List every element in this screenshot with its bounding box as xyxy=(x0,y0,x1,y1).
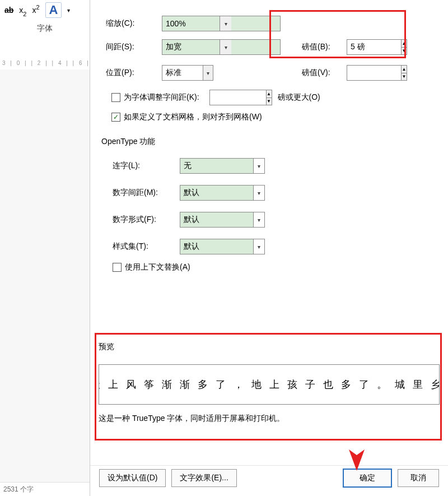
styleset-input[interactable] xyxy=(180,239,253,254)
ligatures-combo[interactable]: ▾ xyxy=(180,158,265,174)
spacing-combo[interactable]: ▾ xyxy=(162,39,281,55)
chevron-down-icon[interactable]: ▾ xyxy=(253,159,264,173)
status-bar: 2531 个字 xyxy=(0,482,93,496)
preview-box: 天上风筝渐渐多了，地上孩子也多了。城里乡 xyxy=(99,364,440,405)
num-form-input[interactable] xyxy=(180,212,253,227)
spin-down-icon[interactable]: ▼ xyxy=(402,48,407,55)
points-spinner[interactable]: ▲▼ xyxy=(347,39,407,55)
preview-note: 这是一种 TrueType 字体，同时适用于屏幕和打印机。 xyxy=(99,414,440,424)
kerning-label: 为字体调整字间距(K): xyxy=(124,92,199,103)
chevron-down-icon[interactable]: ▾ xyxy=(203,66,213,80)
document-background xyxy=(0,69,90,496)
position-input[interactable] xyxy=(162,66,203,80)
snapgrid-label: 如果定义了文档网格，则对齐到网格(W) xyxy=(124,112,262,122)
text-effects-button[interactable]: 文字效果(E)... xyxy=(171,469,236,487)
set-default-button[interactable]: 设为默认值(D) xyxy=(99,469,166,487)
spin-down-icon[interactable]: ▼ xyxy=(402,73,407,81)
scale-combo[interactable]: ▾ xyxy=(162,16,281,31)
points2-input[interactable] xyxy=(347,66,401,80)
scale-input[interactable] xyxy=(162,16,220,31)
position-label: 位置(P): xyxy=(106,68,156,78)
subscript-button[interactable]: x2 xyxy=(19,6,26,15)
chevron-down-icon[interactable]: ▾ xyxy=(253,186,264,200)
position-combo[interactable]: ▾ xyxy=(162,65,213,81)
num-spacing-combo[interactable]: ▾ xyxy=(180,185,265,201)
spacing-input[interactable] xyxy=(162,40,220,54)
cancel-button[interactable]: 取消 xyxy=(398,469,439,487)
num-spacing-input[interactable] xyxy=(180,186,253,200)
num-form-label: 数字形式(F): xyxy=(113,215,174,225)
strike-icon[interactable]: ab xyxy=(4,6,13,15)
ok-button[interactable]: 确定 xyxy=(343,469,392,488)
spin-up-icon[interactable]: ▲ xyxy=(402,66,407,73)
contextual-label: 使用上下文替换(A) xyxy=(125,262,190,272)
contextual-checkbox[interactable]: 使用上下文替换(A) xyxy=(113,262,190,272)
kerning-checkbox[interactable]: 为字体调整字间距(K): xyxy=(111,92,199,103)
chevron-down-icon[interactable]: ▾ xyxy=(253,239,264,254)
chevron-down-icon[interactable]: ▾ xyxy=(220,16,231,31)
ribbon-fragment: ab x2 x2 A ▾ 字体 xyxy=(0,0,90,57)
kerning-input[interactable] xyxy=(210,90,266,105)
opentype-title: OpenType 功能 xyxy=(101,137,156,147)
points2-spinner[interactable]: ▲▼ xyxy=(347,65,407,81)
points-input[interactable] xyxy=(347,40,401,54)
styleset-combo[interactable]: ▾ xyxy=(180,239,265,254)
scale-label: 缩放(C): xyxy=(106,18,156,29)
font-dialog: 缩放(C): ▾ 间距(S): ▾ 磅值(B): ▲▼ 位置(P): xyxy=(90,0,448,496)
spin-up-icon[interactable]: ▲ xyxy=(267,90,272,98)
clear-format-button[interactable]: A xyxy=(45,2,62,18)
num-spacing-label: 数字间距(M): xyxy=(113,188,174,198)
checkbox-checked-icon: ✓ xyxy=(111,113,120,122)
checkbox-icon xyxy=(113,263,122,272)
styleset-label: 样式集(T): xyxy=(113,242,174,252)
points-label: 磅值(B): xyxy=(302,42,341,52)
snapgrid-checkbox[interactable]: ✓ 如果定义了文档网格，则对齐到网格(W) xyxy=(111,112,262,122)
ligatures-label: 连字(L): xyxy=(113,161,174,171)
dropdown-icon[interactable]: ▾ xyxy=(67,7,70,13)
preview-text: 天上风筝渐渐多了，地上孩子也多了。城里乡 xyxy=(99,378,440,391)
ligatures-input[interactable] xyxy=(180,159,253,173)
chevron-down-icon[interactable]: ▾ xyxy=(253,212,264,227)
preview-title: 预览 xyxy=(99,342,440,352)
button-bar: 设为默认值(D) 文字效果(E)... 确定 取消 xyxy=(90,465,448,490)
spin-down-icon[interactable]: ▼ xyxy=(267,98,272,105)
chevron-down-icon[interactable]: ▾ xyxy=(220,40,231,54)
ruler: 3 | 0 | | 2 | | 4 | | 6 | xyxy=(0,56,92,69)
kerning-spinner[interactable]: ▲▼ xyxy=(209,90,272,105)
num-form-combo[interactable]: ▾ xyxy=(180,212,265,228)
superscript-button[interactable]: x2 xyxy=(32,6,39,15)
checkbox-icon xyxy=(111,93,120,102)
ribbon-group-label: 字体 xyxy=(0,20,90,34)
spin-up-icon[interactable]: ▲ xyxy=(402,40,407,48)
spacing-label: 间距(S): xyxy=(106,42,156,52)
points2-label: 磅值(V): xyxy=(302,68,341,78)
kerning-suffix: 磅或更大(O) xyxy=(278,92,320,103)
